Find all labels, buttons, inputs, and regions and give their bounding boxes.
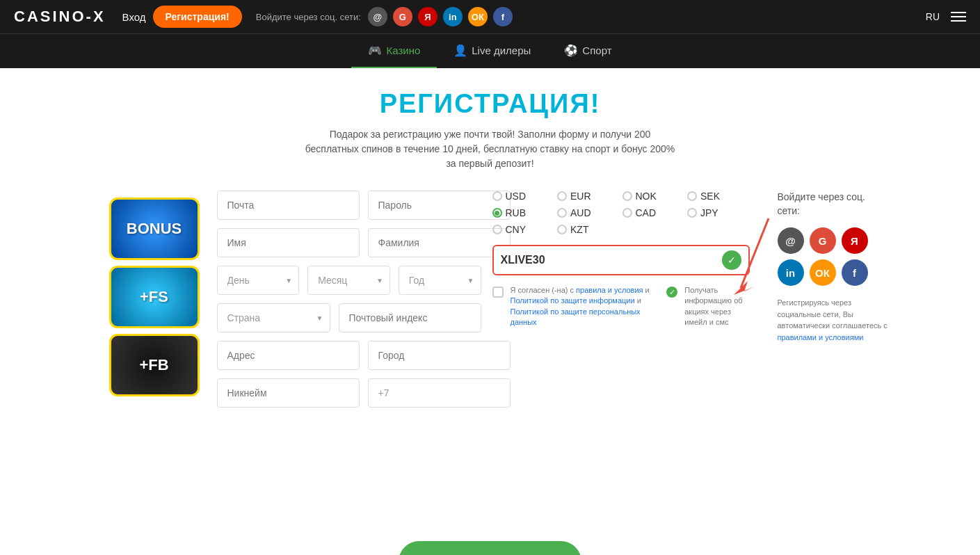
month-select-wrap: Месяц ▼ xyxy=(307,266,390,295)
main-content: РЕГИСТРАЦИЯ! Подарок за регистрацию уже … xyxy=(0,68,980,520)
nav-live-dealers[interactable]: 👤 Live дилеры xyxy=(437,34,547,68)
currency-aud[interactable]: AUD xyxy=(557,207,620,218)
nav-casino-label: Казино xyxy=(386,45,420,56)
name-row xyxy=(217,228,481,257)
sidebar-yandex-icon[interactable]: Я xyxy=(842,227,868,254)
password-input[interactable] xyxy=(368,191,511,220)
currency-sek-label: SEK xyxy=(700,191,720,202)
registration-form: День ▼ Месяц ▼ Год ▼ xyxy=(217,191,481,416)
hamburger-menu[interactable] xyxy=(951,12,966,22)
bonus-sidebar: BONUS +FS +FB xyxy=(92,191,217,396)
radio-eur[interactable] xyxy=(557,191,567,201)
first-name-input[interactable] xyxy=(217,228,360,257)
social-sidebar-register-text: Регистрируясь через социальные сети, Вы … xyxy=(778,297,889,343)
currency-grid: USD EUR NOK SEK RUB xyxy=(492,191,750,235)
country-postal-row: Страна ▼ xyxy=(217,303,481,332)
radio-usd[interactable] xyxy=(492,191,502,201)
nav-sports[interactable]: ⚽ Спорт xyxy=(547,34,628,68)
currency-cny-label: CNY xyxy=(506,224,527,235)
day-select-wrap: День ▼ xyxy=(217,266,300,295)
navigation: 🎮 Казино 👤 Live дилеры ⚽ Спорт xyxy=(0,33,980,68)
login-button[interactable]: Вход xyxy=(122,11,146,23)
bonus-item-fs: +FS xyxy=(109,266,200,328)
page-title: РЕГИСТРАЦИЯ! xyxy=(0,89,980,119)
nickname-phone-row xyxy=(217,378,481,408)
sidebar-google-icon[interactable]: G xyxy=(810,227,836,254)
radio-jpy[interactable] xyxy=(687,208,697,218)
header-linkedin-icon[interactable]: in xyxy=(443,7,463,26)
header: CASINO-X Вход Регистрация! Войдите через… xyxy=(0,0,980,33)
register-button-section: Регистрация! xyxy=(0,520,980,555)
register-button-main[interactable]: Регистрация! xyxy=(399,541,582,555)
currency-cny[interactable]: CNY xyxy=(492,224,555,235)
terms-link[interactable]: правила и условия xyxy=(576,286,643,294)
currency-usd[interactable]: USD xyxy=(492,191,555,202)
social-sidebar: Войдите через соц. сети: @ G Я in ОК f Р… xyxy=(778,191,889,343)
day-select[interactable]: День xyxy=(217,266,300,295)
header-email-icon[interactable]: @ xyxy=(368,7,387,26)
sidebar-facebook-icon[interactable]: f xyxy=(842,259,868,286)
sidebar-ok-icon[interactable]: ОК xyxy=(810,259,836,286)
nickname-input[interactable] xyxy=(217,378,360,408)
currency-usd-label: USD xyxy=(506,191,527,202)
email-password-row xyxy=(217,191,481,220)
terms-checkbox[interactable] xyxy=(492,287,504,298)
radio-nok[interactable] xyxy=(622,191,632,201)
promo-code-input[interactable] xyxy=(501,254,722,266)
header-google-icon[interactable]: G xyxy=(393,7,412,26)
currency-jpy-label: JPY xyxy=(700,207,718,218)
bonus-item-fb: +FB xyxy=(109,334,200,396)
sports-icon: ⚽ xyxy=(564,44,578,57)
register-button-header[interactable]: Регистрация! xyxy=(153,6,242,28)
currency-eur[interactable]: EUR xyxy=(557,191,620,202)
header-ok-icon[interactable]: ОК xyxy=(468,7,488,26)
header-right: RU xyxy=(926,11,966,22)
postal-input[interactable] xyxy=(339,303,481,332)
city-input[interactable] xyxy=(368,341,511,370)
month-select[interactable]: Месяц xyxy=(307,266,390,295)
fs-label: +FS xyxy=(140,288,168,306)
currency-nok[interactable]: NOK xyxy=(622,191,685,202)
currency-cad[interactable]: CAD xyxy=(622,207,685,218)
privacy-link[interactable]: Политикой по защите информации xyxy=(511,296,635,305)
currency-eur-label: EUR xyxy=(570,191,591,202)
radio-cad[interactable] xyxy=(622,208,632,218)
currency-sek[interactable]: SEK xyxy=(687,191,750,202)
promo-info-text: Получать информацию об акциях через имей… xyxy=(684,285,749,328)
bonus-label: BONUS xyxy=(127,220,182,238)
radio-kzt[interactable] xyxy=(557,225,567,234)
nav-casino[interactable]: 🎮 Казино xyxy=(351,34,437,68)
radio-sek[interactable] xyxy=(687,191,697,201)
country-select[interactable]: Страна xyxy=(217,303,330,332)
radio-cny[interactable] xyxy=(492,225,502,234)
address-input[interactable] xyxy=(217,341,360,370)
header-facebook-icon[interactable]: f xyxy=(493,7,513,26)
email-input[interactable] xyxy=(217,191,360,220)
currency-rub[interactable]: RUB xyxy=(492,207,555,218)
radio-aud[interactable] xyxy=(557,208,567,218)
social-terms-link[interactable]: правилами и условиями xyxy=(778,333,864,341)
data-protection-link[interactable]: Политикой по защите персональных данных xyxy=(511,307,641,326)
year-select-wrap: Год ▼ xyxy=(399,266,481,295)
currency-jpy[interactable]: JPY xyxy=(687,207,750,218)
sidebar-linkedin-icon[interactable]: in xyxy=(778,259,804,286)
live-dealers-icon: 👤 xyxy=(453,44,467,57)
form-container: BONUS +FS +FB День xyxy=(38,191,942,416)
fb-label: +FB xyxy=(139,356,168,374)
sidebar-email-icon[interactable]: @ xyxy=(778,227,804,254)
page-subtitle: Подарок за регистрацию уже почти твой! З… xyxy=(303,127,678,171)
social-sidebar-title: Войдите через соц. сети: xyxy=(778,191,889,218)
year-select[interactable]: Год xyxy=(399,266,481,295)
header-yandex-icon[interactable]: Я xyxy=(418,7,437,26)
currency-aud-label: AUD xyxy=(570,207,591,218)
language-selector[interactable]: RU xyxy=(926,11,940,22)
country-select-wrap: Страна ▼ xyxy=(217,303,330,332)
radio-rub[interactable] xyxy=(492,208,502,218)
currency-nok-label: NOK xyxy=(636,191,657,202)
phone-input[interactable] xyxy=(368,378,511,408)
dob-row: День ▼ Месяц ▼ Год ▼ xyxy=(217,266,481,295)
casino-icon: 🎮 xyxy=(368,44,382,57)
last-name-input[interactable] xyxy=(368,228,511,257)
currency-kzt[interactable]: KZT xyxy=(557,224,620,235)
terms-checkbox-row: Я согласен (-на) с правила и условия и П… xyxy=(492,285,750,328)
